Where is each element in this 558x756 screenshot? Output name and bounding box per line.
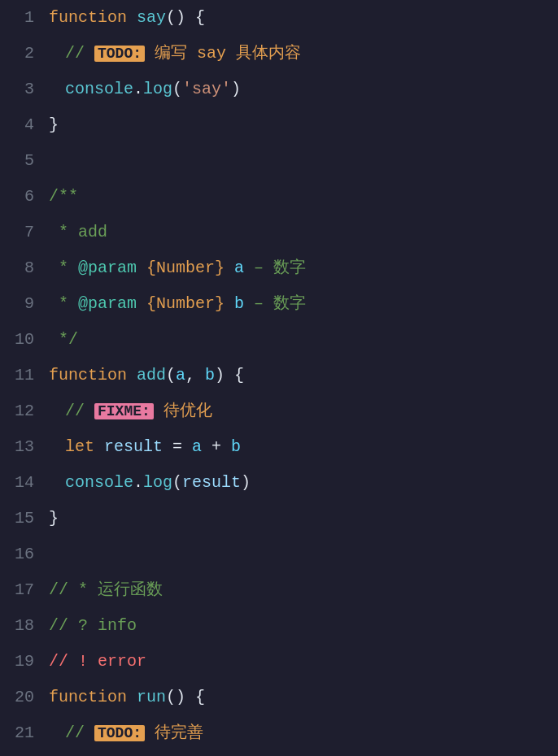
line-number: 13: [0, 431, 49, 463]
token-punct: ,: [185, 366, 205, 385]
line-number: 7: [0, 216, 49, 249]
token-punct: .: [133, 473, 143, 492]
line-number: 19: [0, 645, 49, 678]
code-line: 19// ! error: [0, 644, 558, 680]
token-punct: ): [241, 473, 251, 492]
line-number: 9: [0, 288, 49, 320]
line-content: // TODO: 待完善: [49, 717, 558, 749]
token-punct: () {: [166, 688, 205, 706]
line-number: 4: [0, 109, 49, 141]
token-at-param: @param: [78, 259, 137, 277]
code-line: 2// TODO: 编写 say 具体内容: [0, 36, 558, 72]
token-fn-name: say: [137, 8, 166, 27]
line-content: // * 运行函数: [49, 574, 558, 606]
line-number: 21: [0, 717, 49, 749]
line-content: console.log('say'): [49, 73, 558, 106]
line-number: 16: [0, 538, 49, 571]
token-kw: function: [49, 688, 127, 706]
line-content: * @param {Number} a – 数字: [49, 252, 558, 285]
token-doc-comment: [225, 259, 234, 277]
line-content: * add: [49, 216, 558, 249]
line-content: // ? info: [49, 610, 558, 642]
token-param: b: [231, 437, 241, 456]
line-number: 3: [0, 73, 49, 106]
line-number: 11: [0, 359, 49, 392]
token-doc-comment: */: [49, 330, 78, 349]
token-punct: () {: [166, 8, 205, 27]
line-number: 8: [0, 252, 49, 285]
line-number: 12: [0, 395, 49, 428]
line-number: 17: [0, 574, 49, 606]
token-fn-name: log: [143, 473, 172, 492]
token-punct: (: [166, 366, 176, 385]
line-content: }: [49, 109, 558, 141]
token-doc-comment: [225, 294, 234, 313]
token-punct: ): [231, 80, 241, 98]
token-kw: let: [65, 437, 94, 456]
token-plain: [127, 688, 137, 706]
line-number: 1: [0, 2, 49, 34]
token-plain: [127, 8, 137, 27]
token-string: 'say': [182, 80, 231, 98]
line-number: 22: [0, 753, 49, 756]
line-number: 2: [0, 37, 49, 70]
token-doc-comment: [137, 294, 146, 313]
token-param: a: [192, 437, 202, 456]
code-line: 13let result = a + b: [0, 429, 558, 465]
token-fn-name: log: [143, 80, 172, 98]
code-line: 11function add(a, b) {: [0, 358, 558, 393]
line-content: }: [49, 753, 558, 756]
fixme-badge: FIXME:: [94, 403, 154, 419]
line-content: */: [49, 324, 558, 356]
token-var-name: result: [104, 437, 163, 456]
code-line: 21// TODO: 待完善: [0, 715, 558, 751]
line-number: 15: [0, 502, 49, 535]
token-operator: =: [163, 437, 192, 456]
line-content: function say() {: [49, 2, 558, 34]
token-param: a: [234, 259, 244, 277]
token-doc-comment: – 数字: [244, 259, 306, 277]
token-param: b: [234, 294, 244, 313]
token-chinese-comment: 待完善: [145, 723, 203, 742]
token-comment: //: [65, 402, 94, 420]
token-kw: function: [49, 8, 127, 27]
token-at-param: @param: [78, 294, 137, 313]
code-line: 8 * @param {Number} a – 数字: [0, 250, 558, 286]
code-line: 22}: [0, 751, 558, 756]
line-content: let result = a + b: [49, 431, 558, 463]
token-type-ann: {Number}: [146, 294, 225, 313]
line-number: 5: [0, 145, 49, 177]
line-content: /**: [49, 180, 558, 213]
token-punct: (: [172, 473, 182, 492]
token-type-ann: {Number}: [146, 259, 225, 277]
token-doc-comment: *: [49, 294, 78, 313]
token-fn-name: console: [65, 80, 133, 98]
todo-badge: TODO:: [94, 725, 145, 741]
code-line: 20function run() {: [0, 680, 558, 715]
token-punct: ) {: [215, 366, 244, 385]
code-line: 1function say() {: [0, 0, 558, 36]
code-line: 4}: [0, 107, 558, 143]
code-line: 15}: [0, 501, 558, 537]
token-comment: // * 运行函数: [49, 580, 163, 599]
line-number: 14: [0, 467, 49, 499]
line-content: // ! error: [49, 645, 558, 678]
token-comment: //: [65, 723, 94, 742]
code-line: 6/**: [0, 179, 558, 215]
line-content: // TODO: 编写 say 具体内容: [49, 37, 558, 70]
token-plain: [94, 437, 104, 456]
token-chinese-comment: 编写 say 具体内容: [145, 44, 301, 63]
token-doc-comment: /**: [49, 187, 78, 206]
line-content: // FIXME: 待优化: [49, 395, 558, 428]
token-punct: .: [133, 80, 143, 98]
code-line: 9 * @param {Number} b – 数字: [0, 286, 558, 322]
token-punct: }: [49, 115, 59, 134]
token-doc-comment: [137, 259, 146, 277]
token-param: b: [205, 366, 215, 385]
code-editor: 1function say() {2// TODO: 编写 say 具体内容3c…: [0, 0, 558, 756]
todo-badge: TODO:: [94, 46, 145, 62]
token-doc-comment: *: [49, 223, 78, 241]
code-line: 18// ? info: [0, 608, 558, 644]
token-comment: // ? info: [49, 616, 137, 635]
token-comment: //: [65, 44, 94, 63]
